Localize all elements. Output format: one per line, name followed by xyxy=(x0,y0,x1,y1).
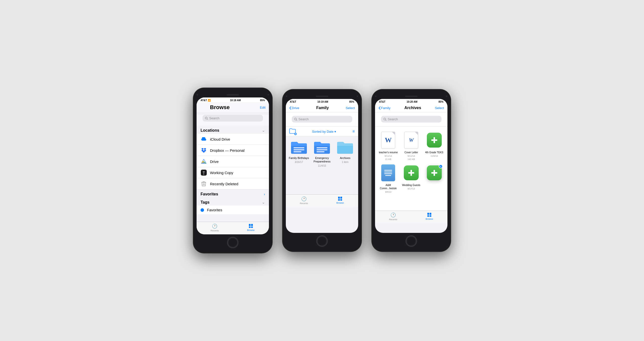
file-cover-letter-size: 142 KB xyxy=(408,158,415,160)
select-button-2[interactable]: Select xyxy=(346,106,355,110)
list-view-button[interactable]: ≡ xyxy=(352,129,355,134)
svg-rect-7 xyxy=(251,226,253,228)
svg-line-22 xyxy=(386,120,386,121)
floating-app-item[interactable]: 4 xyxy=(424,163,444,193)
location-working-copy[interactable]: Working Copy xyxy=(196,167,269,178)
svg-rect-17 xyxy=(338,197,340,199)
home-button[interactable] xyxy=(227,237,238,248)
location-drive[interactable]: Drive xyxy=(196,156,269,167)
trash-icon xyxy=(200,181,207,187)
location-dropbox-label: Dropbox — Personal xyxy=(210,148,244,153)
page-title: Browse xyxy=(210,104,260,111)
back-button-3[interactable]: Family xyxy=(378,106,390,110)
nav-bar-2: Drive Family Select xyxy=(286,104,358,112)
search-bar[interactable]: Search xyxy=(202,115,263,122)
sensor-2 xyxy=(357,96,358,97)
file-am-comm[interactable]: A&M Comm...hedule 9/5/13 xyxy=(378,163,398,193)
file-4th-grade-teks[interactable]: 4th Grade TEKS 11/6/13 xyxy=(424,130,444,160)
tab-browse-2[interactable]: Browse xyxy=(322,196,358,205)
location-trash[interactable]: Recently Deleted xyxy=(196,178,269,189)
page-title-3: Archives xyxy=(390,106,435,110)
phone-1: AT&T 📶 10:18 AM 85% Browse Edit Search xyxy=(193,88,272,253)
dropbox-icon xyxy=(200,147,207,154)
icloud-icon xyxy=(200,136,207,142)
home-button-2[interactable] xyxy=(316,235,328,247)
location-icloud[interactable]: iCloud Drive xyxy=(196,134,269,145)
tab-recents[interactable]: 🕐 Recents xyxy=(196,223,233,232)
file-wedding-guests[interactable]: Wedding Guests 9/17/13 xyxy=(401,163,422,193)
folder-emergency[interactable]: Emergency Preparedness 11/4/15 xyxy=(312,139,332,167)
file-teachers-resume[interactable]: W teacher's resume 9/11/14 21 KB xyxy=(378,130,398,160)
folder-archives[interactable]: Archives 1 item xyxy=(335,139,355,167)
tab-browse-label-2: Browse xyxy=(336,202,344,204)
favorites-title: Favorites xyxy=(200,192,218,196)
tab-recents-label: Recents xyxy=(210,229,219,232)
battery: 85% xyxy=(260,99,265,102)
page-title-2: Family xyxy=(299,106,346,110)
svg-rect-12 xyxy=(294,149,304,150)
tab-browse-label-3: Browse xyxy=(426,218,433,220)
file-wedding-guests-date: 9/17/13 xyxy=(408,187,415,190)
carrier-2: AT&T xyxy=(290,100,296,103)
file-cover-letter[interactable]: W Cover Letter 9/11/14 142 KB xyxy=(401,130,422,160)
edit-button[interactable]: Edit xyxy=(260,106,266,109)
file-cover-letter-date: 9/11/14 xyxy=(408,155,415,157)
speaker-3 xyxy=(405,96,418,97)
add-folder-button[interactable] xyxy=(289,128,296,135)
working-copy-icon xyxy=(200,169,207,176)
drive-icon xyxy=(200,158,207,165)
speaker xyxy=(226,94,239,96)
status-bar-2: AT&T 10:19 AM 85% xyxy=(286,99,358,104)
svg-rect-28 xyxy=(431,172,437,174)
location-dropbox[interactable]: Dropbox — Personal xyxy=(196,145,269,156)
tab-browse[interactable]: Browse xyxy=(233,223,269,232)
file-grid: W teacher's resume 9/11/14 21 KB W Cover… xyxy=(375,127,448,196)
tab-recents-3[interactable]: 🕐 Recents xyxy=(375,212,411,221)
svg-rect-24 xyxy=(431,139,437,141)
tags-chevron[interactable]: ⌄ xyxy=(262,200,265,205)
search-bar-2[interactable]: Search xyxy=(292,116,352,123)
svg-rect-16 xyxy=(316,151,324,152)
tab-recents-2[interactable]: 🕐 Recents xyxy=(286,196,322,205)
sort-label[interactable]: Sorted by Date ▾ xyxy=(298,130,350,133)
location-icloud-label: iCloud Drive xyxy=(210,137,230,141)
file-4th-grade-name: 4th Grade TEKS xyxy=(425,151,443,154)
back-button-2[interactable]: Drive xyxy=(289,106,299,110)
home-button-3[interactable] xyxy=(406,235,417,247)
tag-favorites[interactable]: Favorites xyxy=(196,206,269,214)
tab-browse-3[interactable]: Browse xyxy=(411,212,448,221)
file-teachers-resume-date: 9/11/14 xyxy=(384,155,392,157)
file-teachers-resume-size: 21 KB xyxy=(385,158,392,160)
locations-title: Locations xyxy=(200,128,220,133)
carrier: AT&T xyxy=(200,99,207,102)
tags-header: Tags ⌄ xyxy=(196,197,269,206)
status-bar: AT&T 📶 10:18 AM 85% xyxy=(196,98,269,102)
camera-2 xyxy=(286,96,287,97)
phone-2: AT&T 10:19 AM 85% Drive Family Select Se… xyxy=(282,89,362,252)
svg-rect-29 xyxy=(427,213,429,215)
svg-rect-26 xyxy=(408,172,414,174)
tab-recents-label-2: Recents xyxy=(300,202,308,205)
svg-rect-11 xyxy=(294,147,304,148)
folder-toolbar: Sorted by Date ▾ ≡ xyxy=(286,127,358,136)
nav-bar: Browse Edit xyxy=(196,102,269,113)
svg-point-8 xyxy=(294,118,296,120)
locations-chevron[interactable]: ⌄ xyxy=(262,128,265,133)
svg-point-21 xyxy=(384,118,386,120)
tab-browse-label: Browse xyxy=(247,229,254,231)
location-wc-label: Working Copy xyxy=(210,171,233,175)
tags-title: Tags xyxy=(200,200,210,205)
folder-family-birthdays[interactable]: Family Birthdays 3/16/17 xyxy=(289,139,309,167)
file-teachers-resume-name: teacher's resume xyxy=(379,151,398,154)
search-bar-3[interactable]: Search xyxy=(381,116,442,123)
sensor-3 xyxy=(446,96,448,97)
back-label-3: Family xyxy=(381,106,390,110)
favorites-chevron[interactable]: › xyxy=(264,192,265,196)
nav-bar-3: Family Archives Select xyxy=(375,104,448,112)
app-badge: 4 xyxy=(439,164,443,168)
folder-birthdays-name: Family Birthdays xyxy=(289,156,309,160)
svg-line-1 xyxy=(207,119,208,120)
select-button-3[interactable]: Select xyxy=(435,106,444,110)
svg-rect-18 xyxy=(340,197,342,199)
tab-bar: 🕐 Recents Browse xyxy=(196,222,269,234)
